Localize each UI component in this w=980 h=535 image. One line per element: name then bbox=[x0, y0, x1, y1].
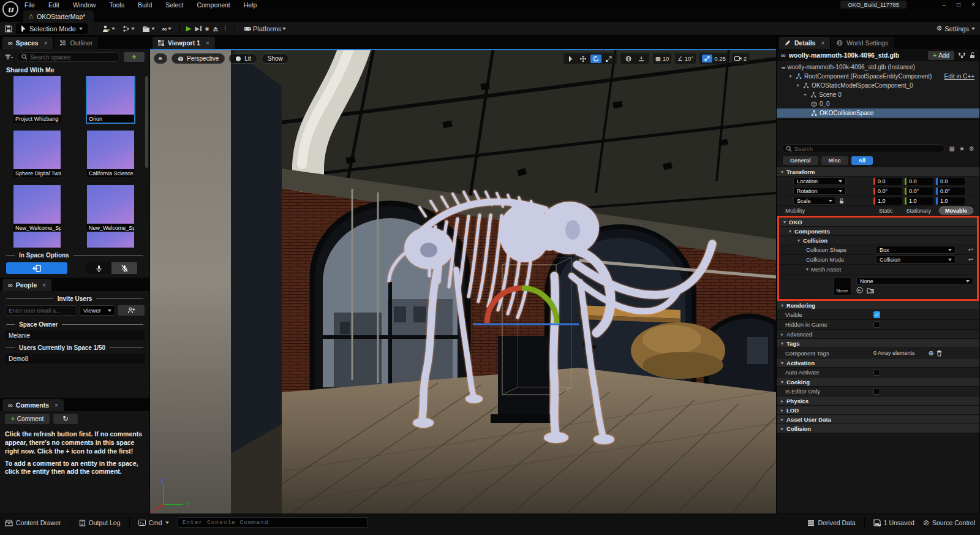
section-advanced[interactable]: ▸ Advanced bbox=[777, 330, 979, 339]
scale-dropdown[interactable]: Scale bbox=[793, 197, 836, 205]
frame-skip-button[interactable]: ▶ bbox=[195, 25, 202, 32]
scale-lock-icon[interactable] bbox=[839, 198, 844, 204]
convert-blueprint-icon[interactable] bbox=[958, 52, 966, 59]
is-editor-only-checkbox[interactable] bbox=[873, 388, 880, 395]
menu-edit[interactable]: Edit bbox=[48, 1, 59, 9]
reset-collision-shape-icon[interactable]: ↩ bbox=[965, 246, 977, 253]
collision-shape-dropdown[interactable]: Box bbox=[876, 246, 956, 254]
viewport-options-button[interactable]: ≡ bbox=[154, 53, 167, 64]
scale-z-field[interactable]: 1.0 bbox=[936, 197, 965, 205]
level-tab[interactable]: ⚠ OKOStarterMap* bbox=[23, 10, 94, 22]
blueprints-button[interactable] bbox=[121, 25, 137, 32]
edit-in-cpp-link[interactable]: Edit in C++ bbox=[944, 73, 979, 80]
auto-activate-checkbox[interactable] bbox=[873, 369, 880, 376]
settings-dropdown[interactable]: ⚙ Settings bbox=[936, 25, 975, 32]
world-space-toggle[interactable] bbox=[623, 55, 634, 63]
close-icon[interactable]: × bbox=[971, 1, 975, 8]
tab-comments[interactable]: ∞ Comments × bbox=[2, 399, 64, 411]
section-tags[interactable]: ▾ Tags bbox=[777, 339, 979, 348]
section-physics[interactable]: ▸ Physics bbox=[777, 397, 979, 406]
console-command-input[interactable] bbox=[183, 519, 363, 526]
invite-email-input[interactable] bbox=[5, 305, 77, 316]
browse-to-asset-icon[interactable] bbox=[867, 287, 874, 294]
scale-x-field[interactable]: 1.0 bbox=[873, 197, 902, 205]
show-dropdown[interactable]: Show bbox=[262, 53, 289, 64]
role-dropdown[interactable]: Viewer bbox=[80, 305, 115, 316]
content-drawer-button[interactable]: Content Drawer bbox=[5, 517, 61, 528]
mobility-static[interactable]: Static bbox=[873, 208, 899, 214]
expander-icon[interactable]: ▾ bbox=[788, 74, 793, 79]
section-asset-user-data[interactable]: ▸ Asset User Data bbox=[777, 415, 979, 424]
tree-row-scene0[interactable]: ▾ Scene 0 bbox=[777, 90, 979, 99]
cmd-dropdown[interactable]: Cmd bbox=[138, 517, 169, 528]
source-control-button[interactable]: ⊘ Source Control bbox=[923, 517, 975, 528]
output-log-button[interactable]: Output Log bbox=[79, 517, 121, 528]
tree-row-mesh[interactable]: 0_0 bbox=[777, 99, 979, 108]
mic-on-button[interactable] bbox=[86, 262, 111, 274]
spaces-search-input[interactable] bbox=[30, 54, 115, 61]
close-icon[interactable]: × bbox=[821, 40, 824, 47]
invite-user-button[interactable] bbox=[118, 305, 145, 316]
menu-file[interactable]: File bbox=[24, 1, 35, 9]
platforms-dropdown[interactable]: Platforms bbox=[241, 25, 288, 32]
close-icon[interactable]: × bbox=[42, 282, 46, 289]
add-comment-button[interactable]: + Comment bbox=[5, 414, 50, 424]
location-x-field[interactable]: 0.0 bbox=[873, 178, 902, 185]
rotation-x-field[interactable]: 0.0° bbox=[873, 188, 902, 195]
tab-details[interactable]: Details × bbox=[779, 37, 830, 49]
menu-tools[interactable]: Tools bbox=[109, 1, 124, 9]
tree-row-okocollisionspace[interactable]: OKOCollisionSpace bbox=[777, 108, 979, 118]
play-options-icon[interactable]: ⋮ bbox=[222, 25, 228, 32]
mesh-asset-thumbnail[interactable]: None bbox=[833, 277, 851, 295]
camera-speed-control[interactable]: 2 bbox=[732, 53, 749, 64]
tab-viewport[interactable]: Viewport 1 × bbox=[153, 37, 215, 49]
rotation-dropdown[interactable]: Rotation bbox=[793, 187, 846, 195]
derived-data-button[interactable]: Derived Data bbox=[807, 517, 855, 528]
tab-outliner[interactable]: Outliner bbox=[54, 37, 98, 49]
space-card[interactable]: New_Welcome_Sp... bbox=[13, 185, 61, 232]
menu-window[interactable]: Window bbox=[73, 1, 96, 9]
close-icon[interactable]: × bbox=[206, 40, 209, 47]
save-icon[interactable] bbox=[5, 25, 12, 32]
play-button[interactable]: ▶ bbox=[186, 25, 191, 32]
reset-collision-mode-icon[interactable]: ↩ bbox=[965, 256, 977, 263]
visible-checkbox[interactable]: ✓ bbox=[873, 311, 880, 318]
grid-snap-control[interactable]: ▦ 10 bbox=[653, 53, 672, 64]
section-lod[interactable]: ▸ LOD bbox=[777, 406, 979, 415]
add-actor-button[interactable] bbox=[100, 25, 117, 32]
tab-people[interactable]: ∞ People × bbox=[2, 279, 51, 291]
filter-all[interactable]: All bbox=[851, 156, 873, 165]
scale-y-field[interactable]: 1.0 bbox=[905, 197, 933, 205]
tab-spaces[interactable]: ∞ Spaces × bbox=[2, 37, 53, 49]
leave-space-button[interactable] bbox=[6, 262, 67, 274]
mic-off-button[interactable] bbox=[111, 262, 137, 274]
details-search-input[interactable] bbox=[794, 145, 941, 152]
expander-icon[interactable]: ▾ bbox=[795, 83, 801, 88]
tree-row-staticmodel[interactable]: ▾ OKOStaticModelSpaceComponent_0 bbox=[777, 81, 979, 90]
close-icon[interactable]: × bbox=[55, 402, 58, 409]
stop-button[interactable]: ■ bbox=[205, 25, 209, 32]
menu-component[interactable]: Component bbox=[197, 1, 230, 9]
space-card[interactable]: California Science... bbox=[87, 131, 134, 177]
unsaved-button[interactable]: 1 Unsaved bbox=[873, 517, 914, 528]
expander-icon[interactable]: ▾ bbox=[806, 267, 809, 272]
eject-button[interactable] bbox=[213, 26, 219, 32]
rotation-y-field[interactable]: 0.0° bbox=[905, 188, 933, 195]
use-selected-asset-icon[interactable] bbox=[856, 287, 863, 294]
maximize-icon[interactable]: □ bbox=[957, 1, 960, 8]
menu-help[interactable]: Help bbox=[244, 1, 257, 9]
space-card[interactable]: Sphere Digital Twin bbox=[13, 131, 61, 177]
add-space-button[interactable]: + bbox=[124, 52, 145, 62]
rotation-snap-control[interactable]: ∠ 10° bbox=[675, 53, 696, 64]
rotation-z-field[interactable]: 0.0° bbox=[936, 188, 965, 195]
display-options-icon[interactable]: ▦ bbox=[949, 145, 955, 152]
filter-misc[interactable]: Misc bbox=[821, 156, 848, 165]
minimize-icon[interactable]: – bbox=[943, 1, 946, 8]
section-activation[interactable]: ▾ Activation bbox=[777, 359, 979, 368]
rotate-tool-active[interactable] bbox=[590, 55, 601, 63]
scale-snap-control[interactable]: 0.25 bbox=[699, 53, 728, 64]
menu-build[interactable]: Build bbox=[138, 1, 152, 9]
mobility-movable[interactable]: Movable bbox=[939, 207, 973, 214]
surface-snap-toggle[interactable] bbox=[636, 55, 647, 63]
lock-open-icon[interactable] bbox=[970, 52, 975, 59]
